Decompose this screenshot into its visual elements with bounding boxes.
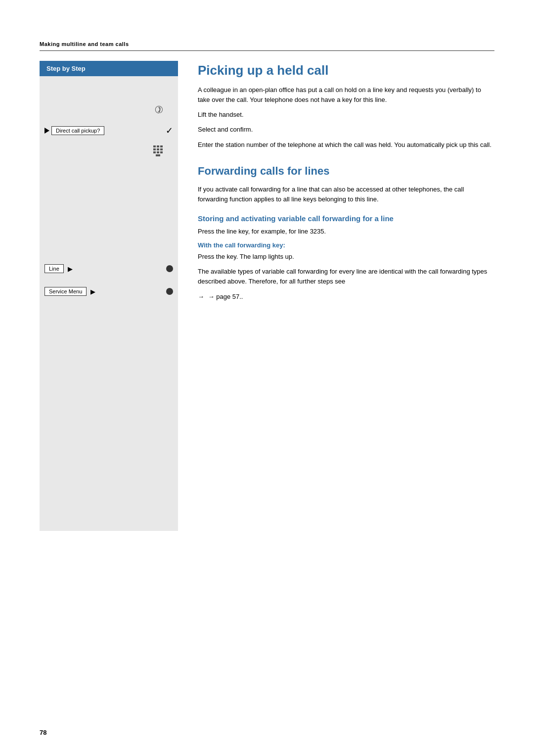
- call-forwarding-key-para-2: The available types of variable call for…: [198, 267, 494, 286]
- handset-icon: ✆: [152, 102, 166, 117]
- svg-rect-1: [157, 145, 159, 147]
- storing-activating-para-1: Press the line key, for example, for lin…: [198, 227, 494, 236]
- service-menu-row: Service Menu ▶: [40, 285, 178, 298]
- action-row-handset: ✆: [40, 101, 178, 119]
- picking-up-title: Picking up a held call: [198, 63, 494, 78]
- svg-rect-9: [156, 154, 160, 156]
- forwarding-calls-title: Forwarding calls for lines: [198, 165, 494, 178]
- service-menu-dot-indicator: [166, 288, 173, 295]
- page-number: 78: [40, 729, 46, 736]
- right-content: Picking up a held call A colleague in an…: [178, 61, 494, 531]
- call-forwarding-key-para-1: Press the key. The lamp lights up.: [198, 252, 494, 262]
- action-row-direct-call: Direct call pickup? ✓: [40, 122, 178, 140]
- line-key-row: Line ▶: [40, 258, 178, 275]
- content-layout: Step by Step ✆ Direct call pickup? ✓: [40, 61, 494, 531]
- line-arrow-icon: ▶: [68, 265, 73, 273]
- call-forwarding-key-title: With the call forwarding key:: [198, 241, 494, 249]
- page-container: Making multiline and team calls Step by …: [0, 0, 534, 756]
- picking-up-para-3: Select and confirm.: [198, 125, 494, 135]
- svg-rect-0: [153, 145, 156, 147]
- svg-rect-8: [160, 151, 163, 153]
- triangle-arrow-icon: [44, 128, 49, 134]
- svg-rect-3: [153, 148, 156, 150]
- line-key-box[interactable]: Line: [44, 264, 64, 273]
- page-header: Making multiline and team calls: [40, 40, 494, 51]
- service-menu-key-box[interactable]: Service Menu: [44, 287, 87, 296]
- keypad-icon: [152, 144, 164, 156]
- left-panel: Step by Step ✆ Direct call pickup? ✓: [40, 61, 178, 531]
- svg-rect-7: [157, 151, 159, 153]
- page-reference: → page 57..: [198, 292, 494, 302]
- svg-rect-5: [160, 148, 163, 150]
- line-dot-indicator: [166, 265, 173, 272]
- forwarding-calls-para-1: If you activate call forwarding for a li…: [198, 185, 494, 204]
- svg-rect-4: [157, 148, 159, 150]
- svg-rect-6: [153, 151, 156, 153]
- svg-rect-2: [160, 145, 163, 147]
- direct-call-pickup-key[interactable]: Direct call pickup?: [51, 126, 104, 135]
- service-menu-arrow-icon: ▶: [90, 288, 95, 295]
- picking-up-para-2: Lift the handset.: [198, 110, 494, 120]
- spacer-1: [40, 159, 178, 258]
- picking-up-para-4: Enter the station number of the telephon…: [198, 140, 494, 150]
- step-by-step-header: Step by Step: [40, 61, 178, 76]
- storing-activating-title: Storing and activating variable call for…: [198, 214, 494, 223]
- left-panel-body: ✆ Direct call pickup? ✓: [40, 76, 178, 303]
- page-header-text: Making multiline and team calls: [40, 41, 129, 47]
- picking-up-para-1: A colleague in an open-plan office has p…: [198, 85, 494, 105]
- checkmark-icon: ✓: [166, 125, 173, 136]
- action-row-keypad: [40, 142, 178, 159]
